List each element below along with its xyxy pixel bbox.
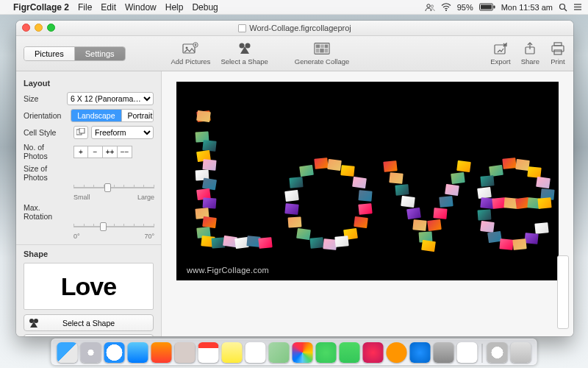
share-label: Share bbox=[521, 57, 539, 66]
dock-messages[interactable] bbox=[316, 342, 337, 363]
tab-settings[interactable]: Settings bbox=[74, 47, 125, 60]
generate-collage-label: Generate Collage bbox=[295, 57, 349, 66]
window-minimize-button[interactable] bbox=[35, 24, 43, 32]
photos-size-slider[interactable] bbox=[74, 183, 154, 192]
battery-icon[interactable] bbox=[479, 3, 495, 11]
dock-notes[interactable] bbox=[222, 342, 243, 363]
select-shape-button[interactable]: Select a Shape bbox=[220, 41, 268, 66]
wifi-icon[interactable] bbox=[441, 3, 451, 11]
dock-ibooks[interactable] bbox=[387, 342, 407, 363]
photos-count-plus[interactable]: + bbox=[74, 146, 88, 158]
dock-contacts[interactable] bbox=[175, 342, 196, 363]
print-icon bbox=[550, 41, 566, 56]
dock-finder[interactable] bbox=[57, 342, 78, 363]
photos-count-label: No. of Photos bbox=[24, 143, 69, 160]
window-titlebar[interactable]: Word-Collage.figrcollageproj bbox=[16, 21, 573, 36]
dock-separator bbox=[482, 344, 483, 363]
svg-rect-19 bbox=[316, 45, 320, 49]
desktop: FigrCollage 2 File Edit Window Help Debu… bbox=[0, 0, 588, 368]
export-button[interactable]: Export bbox=[490, 41, 510, 66]
svg-rect-22 bbox=[316, 49, 320, 53]
menubar-clock[interactable]: Mon 11:53 am bbox=[501, 3, 553, 12]
svg-point-6 bbox=[560, 4, 565, 9]
window-title: Word-Collage.figrcollageproj bbox=[249, 24, 351, 32]
collage-canvas[interactable]: www.FigrCollage.com bbox=[176, 82, 559, 280]
svg-point-16 bbox=[239, 43, 244, 49]
orientation-toggle: Landscape Portrait bbox=[71, 109, 154, 122]
dock-appstore[interactable] bbox=[410, 342, 431, 363]
layout-section-title: Layout bbox=[24, 79, 154, 88]
print-button[interactable]: Print bbox=[550, 41, 566, 66]
sidebar-tab-switcher: Pictures Settings bbox=[24, 46, 126, 61]
dock-itunes[interactable] bbox=[363, 342, 384, 363]
svg-rect-32 bbox=[79, 128, 85, 133]
rotation-max: 70° bbox=[144, 233, 154, 240]
generate-collage-button[interactable]: Generate Collage bbox=[295, 41, 349, 66]
svg-point-1 bbox=[431, 4, 433, 7]
size-label: Size bbox=[24, 94, 62, 103]
dock-launchpad[interactable] bbox=[81, 342, 101, 363]
macos-menubar: FigrCollage 2 File Edit Window Help Debu… bbox=[0, 0, 588, 15]
cellstyle-icon-button[interactable] bbox=[74, 126, 88, 139]
rotation-label: Max. Rotation bbox=[24, 203, 69, 221]
dock-figrcollage[interactable] bbox=[457, 342, 478, 363]
canvas-area: www.FigrCollage.com bbox=[162, 71, 573, 336]
add-pictures-label: Add Pictures bbox=[171, 57, 211, 66]
orientation-landscape[interactable]: Landscape bbox=[71, 110, 121, 121]
tab-pictures[interactable]: Pictures bbox=[24, 47, 74, 60]
menubar-app-name[interactable]: FigrCollage 2 bbox=[13, 2, 69, 13]
select-shape-icon bbox=[237, 41, 253, 56]
export-label: Export bbox=[490, 57, 510, 66]
use-text-button[interactable]: T Use Text bbox=[24, 334, 154, 336]
svg-point-34 bbox=[34, 319, 38, 323]
generate-collage-icon bbox=[314, 41, 330, 56]
photos-count-minusminus[interactable]: −− bbox=[118, 146, 132, 158]
photos-count-minus[interactable]: − bbox=[88, 146, 103, 158]
select-a-shape-button[interactable]: Select a Shape bbox=[24, 314, 154, 331]
dock-safari[interactable] bbox=[104, 342, 125, 363]
dock-maps[interactable] bbox=[269, 342, 290, 363]
fast-user-switch-icon[interactable] bbox=[425, 3, 435, 12]
add-pictures-icon bbox=[182, 41, 198, 56]
menu-file[interactable]: File bbox=[78, 2, 92, 13]
shape-icon bbox=[24, 318, 43, 328]
rotation-min: 0° bbox=[74, 233, 80, 240]
photos-size-min: Small bbox=[74, 194, 90, 201]
window-zoom-button[interactable] bbox=[47, 24, 55, 32]
rotation-slider[interactable] bbox=[74, 222, 154, 231]
settings-sidebar: Layout Size 6 X 12 (Panorama… Orientatio… bbox=[16, 71, 162, 336]
menu-help[interactable]: Help bbox=[165, 2, 184, 13]
photos-count-plusplus[interactable]: ++ bbox=[103, 146, 118, 158]
app-window: Word-Collage.figrcollageproj Pictures Se… bbox=[16, 21, 573, 336]
orientation-portrait[interactable]: Portrait bbox=[121, 110, 154, 121]
share-button[interactable]: Share bbox=[521, 41, 539, 66]
add-pictures-button[interactable]: Add Pictures bbox=[171, 41, 211, 66]
battery-percent: 95% bbox=[457, 3, 473, 12]
dock-preferences[interactable] bbox=[434, 342, 454, 363]
shape-preview: Love bbox=[24, 263, 154, 310]
zoom-slider[interactable] bbox=[557, 255, 569, 329]
svg-rect-4 bbox=[493, 6, 495, 9]
menu-edit[interactable]: Edit bbox=[101, 2, 116, 13]
dock-reminders[interactable] bbox=[245, 342, 266, 363]
size-select[interactable]: 6 X 12 (Panorama… bbox=[67, 92, 154, 105]
dock-photos[interactable] bbox=[293, 342, 313, 363]
dock-app-5[interactable] bbox=[151, 342, 172, 363]
menu-debug[interactable]: Debug bbox=[192, 2, 218, 13]
select-a-shape-label: Select a Shape bbox=[43, 319, 153, 328]
dock-trash[interactable] bbox=[511, 342, 531, 363]
cellstyle-select[interactable]: Freeform bbox=[91, 126, 154, 139]
svg-rect-23 bbox=[320, 49, 324, 53]
cellstyle-label: Cell Style bbox=[24, 128, 69, 137]
spotlight-icon[interactable] bbox=[559, 3, 567, 12]
notification-center-icon[interactable] bbox=[573, 3, 582, 11]
svg-point-33 bbox=[29, 319, 34, 323]
menu-window[interactable]: Window bbox=[125, 2, 157, 13]
dock-facetime[interactable] bbox=[340, 342, 360, 363]
dock-calendar[interactable] bbox=[198, 342, 219, 363]
toolbar: Pictures Settings Add Pictures Select a … bbox=[16, 36, 573, 71]
share-icon bbox=[522, 41, 538, 56]
dock-mail[interactable] bbox=[128, 342, 148, 363]
dock-downloads[interactable] bbox=[487, 342, 508, 363]
window-close-button[interactable] bbox=[22, 24, 30, 32]
